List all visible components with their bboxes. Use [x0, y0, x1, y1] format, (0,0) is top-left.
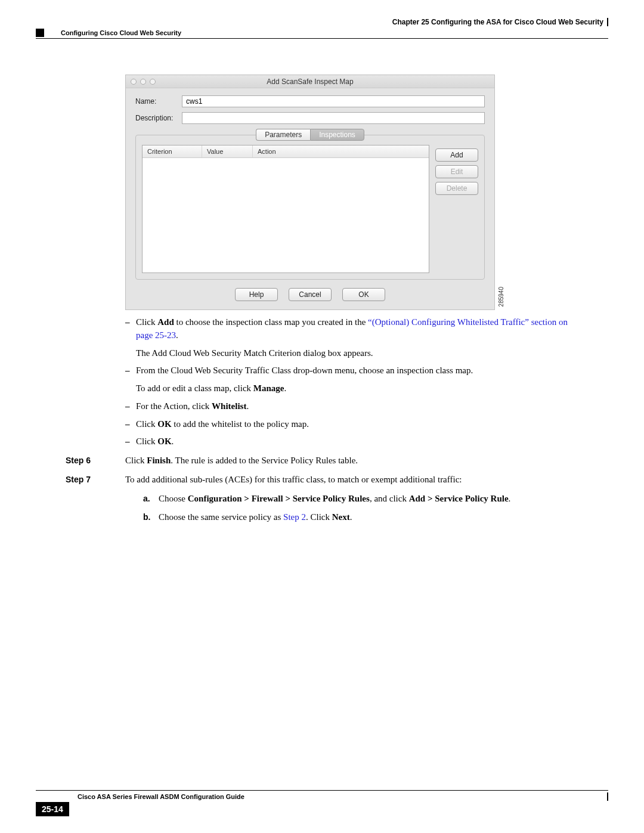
dialog-titlebar: Add ScanSafe Inspect Map — [126, 75, 494, 88]
description-input[interactable] — [182, 112, 485, 124]
tab-parameters[interactable]: Parameters — [256, 129, 310, 141]
col-criterion: Criterion — [143, 145, 202, 157]
instruction-action-whitelist: For the Action, click Whitelist. — [136, 400, 584, 413]
figure-number: 285940 — [498, 287, 504, 306]
add-button[interactable]: Add — [435, 148, 478, 162]
dash-bullet: – — [125, 316, 136, 360]
page-number: 25-14 — [36, 802, 69, 816]
section-title: Configuring Cisco Cloud Web Security — [61, 29, 181, 36]
header-rule — [36, 38, 608, 39]
step-7-label: Step 7 — [66, 473, 125, 524]
edit-button[interactable]: Edit — [435, 165, 478, 178]
header-divider — [607, 18, 608, 26]
substep-a-body: Choose Configuration > Firewall > Servic… — [159, 493, 584, 506]
scansafe-dialog: Add ScanSafe Inspect Map Name: Descripti… — [125, 75, 495, 310]
instruction-traffic-class: From the Cloud Web Security Traffic Clas… — [136, 364, 584, 395]
help-button[interactable]: Help — [235, 288, 278, 301]
instruction-click-ok-1: Click OK to add the whitelist to the pol… — [136, 418, 584, 431]
step-7-body: To add additional sub-rules (ACEs) for t… — [125, 473, 584, 524]
step-6-label: Step 6 — [66, 454, 125, 467]
criteria-table[interactable]: Criterion Value Action — [142, 145, 429, 273]
dash-bullet: – — [125, 400, 136, 413]
cancel-button[interactable]: Cancel — [289, 288, 332, 301]
delete-button[interactable]: Delete — [435, 182, 478, 195]
substep-a-label: a. — [143, 493, 159, 506]
substep-b-body: Choose the same service policy as Step 2… — [159, 511, 584, 524]
substep-b-label: b. — [143, 511, 159, 524]
instruction-click-add: Click Add to choose the inspection class… — [136, 316, 584, 360]
ok-button[interactable]: OK — [342, 288, 385, 301]
section-marker-icon — [36, 29, 44, 37]
name-label: Name: — [135, 97, 182, 106]
name-input[interactable] — [182, 95, 485, 107]
dialog-title: Add ScanSafe Inspect Map — [126, 78, 494, 86]
step-6-body: Click Finish. The rule is added to the S… — [125, 454, 584, 467]
instruction-click-ok-2: Click OK. — [136, 435, 584, 448]
dash-bullet: – — [125, 364, 136, 395]
col-action: Action — [253, 145, 429, 157]
col-value: Value — [202, 145, 253, 157]
description-label: Description: — [135, 114, 182, 122]
footer-guide-title: Cisco ASA Series Firewall ASDM Configura… — [78, 793, 244, 800]
dash-bullet: – — [125, 418, 136, 431]
inspections-panel: Parameters Inspections Criterion Value A… — [135, 135, 485, 280]
tab-inspections[interactable]: Inspections — [310, 129, 364, 141]
dash-bullet: – — [125, 435, 136, 448]
chapter-label: Chapter 25 Configuring the ASA for Cisco… — [392, 18, 603, 26]
footer-divider — [607, 792, 608, 801]
link-step-2[interactable]: Step 2 — [283, 512, 306, 522]
